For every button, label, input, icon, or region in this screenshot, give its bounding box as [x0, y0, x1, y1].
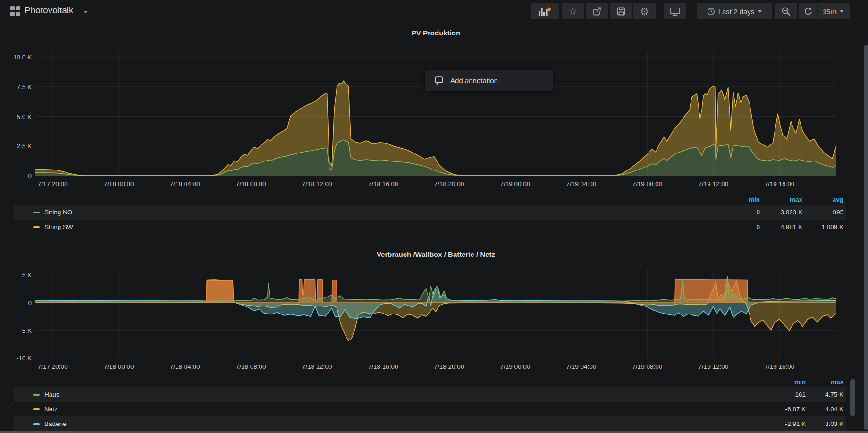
x-tick-label: 7/19 16:00	[764, 180, 794, 187]
y-tick-label: 10.0 K	[13, 54, 32, 61]
pv-produktion-chart[interactable]: 7/17 20:007/18 00:007/18 04:007/18 08:00…	[0, 26, 868, 192]
tv-mode-button[interactable]	[664, 3, 686, 19]
legend-column-header-min[interactable]: min	[758, 378, 806, 385]
x-tick-label: 7/18 04:00	[170, 180, 200, 187]
legend-column-header-avg[interactable]: avg	[802, 196, 843, 203]
series-label: Netz	[44, 406, 58, 413]
legend-row-String SW[interactable]: String SW04.981 K1.009 K	[14, 220, 846, 234]
x-tick-label: 7/17 20:00	[38, 180, 68, 187]
panel-title-verbrauch[interactable]: Verbrauch /Wallbox / Batterie / Netz	[35, 250, 836, 258]
x-tick-label: 7/19 16:00	[764, 363, 794, 370]
grafana-dashboard: Photovoltaik ☆	[0, 0, 868, 433]
x-tick-label: 7/19 12:00	[698, 180, 728, 187]
clock-icon	[707, 8, 715, 16]
legend-value-min: 0	[717, 223, 760, 230]
legend-row-Haus[interactable]: Haus1614.75 K	[14, 387, 846, 402]
verbrauch-legend: minmaxHaus1614.75 KNetz-6.87 K4.04 KBatt…	[14, 376, 846, 431]
legend-row-String NO[interactable]: String NO03.023 K895	[14, 205, 846, 220]
y-tick-label: 0	[28, 172, 32, 179]
comment-bubble-icon	[434, 76, 444, 85]
pv-produktion-legend: minmaxavgString NO03.023 K895String SW04…	[14, 194, 846, 234]
x-tick-label: 7/18 04:00	[170, 363, 200, 370]
magnifier-minus-icon	[781, 7, 791, 17]
navbar: Photovoltaik ☆	[0, 0, 868, 23]
legend-header-row: minmax	[14, 376, 846, 387]
horizontal-scrollbar[interactable]	[0, 431, 868, 433]
add-annotation-popup[interactable]: Add annotation	[425, 70, 553, 91]
x-tick-label: 7/19 04:00	[566, 363, 597, 370]
series-label: Batterie	[44, 420, 67, 427]
monitor-icon	[670, 7, 680, 17]
add-panel-button[interactable]	[531, 3, 559, 19]
legend-column-header-max[interactable]: max	[760, 196, 802, 203]
series-color-swatch[interactable]	[33, 408, 40, 410]
legend-row-Batterie[interactable]: Batterie-2.91 K3.03 K	[14, 416, 846, 431]
legend-scrollbar-thumb[interactable]	[850, 379, 855, 416]
refresh-button[interactable]	[799, 7, 817, 16]
verbrauch-chart[interactable]: 7/17 20:007/18 00:007/18 04:007/18 08:00…	[0, 263, 868, 374]
legend-value-min: 161	[758, 391, 806, 398]
save-button[interactable]	[610, 3, 632, 19]
bar-chart-plus-icon	[539, 7, 551, 16]
series-color-swatch[interactable]	[33, 212, 40, 213]
y-tick-label: 0	[28, 299, 32, 306]
x-tick-label: 7/18 08:00	[236, 363, 266, 370]
legend-value-max: 3.03 K	[806, 420, 843, 427]
refresh-group: 15m	[799, 3, 850, 19]
x-tick-label: 7/18 12:00	[302, 363, 332, 370]
legend-column-header-max[interactable]: max	[806, 378, 843, 385]
gear-icon: ⚙	[640, 7, 649, 17]
x-tick-label: 7/19 00:00	[500, 363, 531, 370]
y-tick-label: 7.5 K	[17, 84, 32, 91]
legend-row-Netz[interactable]: Netz-6.87 K4.04 K	[14, 402, 846, 416]
y-tick-label: -5 K	[20, 327, 32, 334]
x-tick-label: 7/18 16:00	[368, 363, 398, 370]
legend-value-max: 4.981 K	[760, 223, 802, 230]
x-tick-label: 7/18 20:00	[434, 363, 464, 370]
legend-value-avg: 1.009 K	[802, 223, 843, 230]
x-tick-label: 7/19 04:00	[566, 180, 597, 187]
x-tick-label: 7/19 08:00	[632, 363, 662, 370]
legend-column-header-min[interactable]: min	[717, 196, 760, 203]
dashboard-title-caret-icon[interactable]	[84, 11, 88, 13]
legend-value-min: -2.91 K	[758, 420, 806, 427]
series-label: String SW	[44, 223, 73, 230]
series-color-swatch[interactable]	[33, 394, 40, 396]
x-tick-label: 7/18 16:00	[368, 180, 398, 187]
x-tick-label: 7/18 20:00	[434, 180, 464, 187]
time-picker-caret-icon	[758, 10, 762, 13]
x-tick-label: 7/19 00:00	[500, 180, 531, 187]
refresh-interval-caret-icon	[840, 10, 843, 13]
star-button[interactable]: ☆	[562, 3, 584, 19]
refresh-interval-label: 15m	[823, 8, 837, 16]
dashboard-grid-icon[interactable]	[10, 6, 20, 16]
settings-button[interactable]: ⚙	[633, 3, 656, 19]
y-tick-label: -10 K	[17, 355, 32, 362]
time-picker-button[interactable]: Last 2 days	[697, 3, 772, 19]
share-icon	[592, 7, 602, 16]
series-color-swatch[interactable]	[33, 226, 40, 228]
add-annotation-label: Add annotation	[450, 76, 498, 85]
y-tick-label: 5 K	[22, 272, 32, 279]
legend-header-row: minmaxavg	[14, 194, 846, 205]
series-label: String NO	[44, 209, 72, 216]
zoom-out-button[interactable]	[775, 3, 797, 19]
star-icon: ☆	[568, 7, 578, 16]
legend-value-min: 0	[717, 209, 760, 216]
time-range-label: Last 2 days	[718, 8, 755, 16]
series-label: Haus	[44, 391, 59, 398]
main-scrollbar-thumb[interactable]	[864, 45, 868, 430]
legend-value-max: 4.75 K	[806, 391, 843, 398]
legend-value-avg: 895	[802, 209, 843, 216]
save-icon	[616, 7, 626, 16]
y-tick-label: 2.5 K	[17, 143, 32, 150]
share-button[interactable]	[586, 3, 608, 19]
x-tick-label: 7/19 08:00	[632, 180, 662, 187]
refresh-icon	[804, 7, 812, 16]
x-tick-label: 7/17 20:00	[38, 363, 68, 370]
legend-value-max: 3.023 K	[760, 209, 802, 216]
series-color-swatch[interactable]	[33, 423, 40, 425]
dashboard-title[interactable]: Photovoltaik	[25, 5, 74, 16]
x-tick-label: 7/18 00:00	[104, 363, 134, 370]
refresh-interval-button[interactable]: 15m	[818, 8, 843, 16]
